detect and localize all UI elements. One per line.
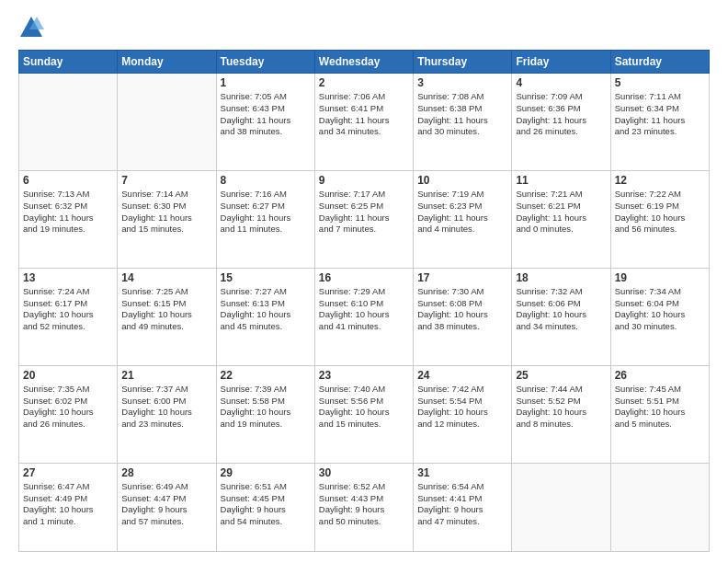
cell-line: Daylight: 11 hours (417, 213, 507, 224)
weekday-header-thursday: Thursday (414, 51, 512, 74)
calendar-cell-3-7: 19Sunrise: 7:34 AMSunset: 6:04 PMDayligh… (610, 268, 709, 365)
cell-line: Daylight: 9 hours (417, 504, 507, 516)
cell-line: Sunset: 5:58 PM (221, 396, 311, 408)
cell-line: Sunset: 6:21 PM (516, 201, 606, 213)
cell-line: Sunrise: 7:37 AM (121, 384, 211, 396)
cell-line: Daylight: 9 hours (319, 504, 409, 516)
day-number: 9 (319, 174, 409, 187)
day-number: 1 (221, 76, 311, 89)
calendar-table: SundayMondayTuesdayWednesdayThursdayFrid… (18, 50, 710, 552)
day-number: 14 (121, 271, 211, 284)
cell-line: Sunrise: 7:21 AM (516, 189, 606, 201)
cell-line: and 15 minutes. (319, 419, 409, 431)
day-number: 8 (221, 174, 311, 187)
day-number: 16 (319, 271, 409, 284)
day-number: 7 (121, 174, 211, 187)
day-number: 27 (23, 466, 113, 479)
page: SundayMondayTuesdayWednesdayThursdayFrid… (0, 0, 728, 563)
cell-line: Daylight: 10 hours (221, 407, 311, 419)
calendar-cell-2-7: 12Sunrise: 7:22 AMSunset: 6:19 PMDayligh… (610, 170, 709, 268)
cell-line: Daylight: 10 hours (516, 309, 606, 321)
cell-line: Sunset: 6:23 PM (417, 201, 507, 213)
cell-line: Daylight: 9 hours (121, 504, 211, 516)
calendar-cell-3-6: 18Sunrise: 7:32 AMSunset: 6:06 PMDayligh… (512, 268, 610, 365)
cell-line: Sunset: 6:00 PM (121, 396, 211, 408)
cell-line: Sunrise: 7:45 AM (615, 384, 705, 396)
cell-line: Daylight: 10 hours (417, 407, 507, 419)
cell-line: Daylight: 10 hours (221, 309, 311, 321)
cell-line: Sunrise: 6:49 AM (121, 481, 211, 493)
calendar-cell-1-5: 3Sunrise: 7:08 AMSunset: 6:38 PMDaylight… (414, 74, 512, 171)
cell-line: Sunset: 6:17 PM (23, 298, 113, 310)
day-number: 13 (23, 271, 113, 284)
day-number: 26 (615, 369, 705, 382)
day-number: 5 (615, 76, 705, 89)
cell-line: Sunrise: 7:22 AM (615, 189, 705, 201)
weekday-header-row: SundayMondayTuesdayWednesdayThursdayFrid… (19, 51, 710, 74)
cell-line: Sunset: 6:13 PM (221, 298, 311, 310)
cell-line: Daylight: 11 hours (221, 213, 311, 224)
cell-line: Sunrise: 6:52 AM (319, 481, 409, 493)
cell-line: Sunset: 4:47 PM (121, 493, 211, 505)
weekday-header-wednesday: Wednesday (314, 51, 413, 74)
cell-line: Daylight: 10 hours (319, 309, 409, 321)
calendar-cell-4-2: 21Sunrise: 7:37 AMSunset: 6:00 PMDayligh… (118, 365, 216, 463)
day-number: 25 (516, 369, 606, 382)
cell-line: and 30 minutes. (615, 321, 705, 333)
cell-line: Sunrise: 7:40 AM (319, 384, 409, 396)
cell-line: and 1 minute. (23, 516, 113, 528)
cell-line: Sunrise: 7:24 AM (23, 286, 113, 298)
calendar-cell-5-5: 31Sunrise: 6:54 AMSunset: 4:41 PMDayligh… (414, 463, 512, 551)
day-number: 12 (615, 174, 705, 187)
cell-line: Daylight: 10 hours (417, 309, 507, 321)
day-number: 15 (221, 271, 311, 284)
calendar-cell-5-7 (610, 463, 709, 551)
cell-line: and 26 minutes. (23, 419, 113, 431)
day-number: 17 (417, 271, 507, 284)
cell-line: and 47 minutes. (417, 516, 507, 528)
header (18, 15, 710, 40)
calendar-cell-2-1: 6Sunrise: 7:13 AMSunset: 6:32 PMDaylight… (19, 170, 118, 268)
cell-line: and 38 minutes. (417, 321, 507, 333)
cell-line: and 7 minutes. (319, 224, 409, 236)
cell-line: and 23 minutes. (121, 419, 211, 431)
cell-line: Sunrise: 7:19 AM (417, 189, 507, 201)
calendar-cell-2-2: 7Sunrise: 7:14 AMSunset: 6:30 PMDaylight… (118, 170, 216, 268)
cell-line: Sunset: 6:15 PM (121, 298, 211, 310)
cell-line: Sunset: 6:27 PM (221, 201, 311, 213)
cell-line: Daylight: 10 hours (23, 504, 113, 516)
cell-line: Daylight: 10 hours (319, 407, 409, 419)
cell-line: Sunset: 6:04 PM (615, 298, 705, 310)
calendar-cell-3-4: 16Sunrise: 7:29 AMSunset: 6:10 PMDayligh… (314, 268, 413, 365)
cell-line: and 57 minutes. (121, 516, 211, 528)
cell-line: and 56 minutes. (615, 224, 705, 236)
cell-line: Sunrise: 7:29 AM (319, 286, 409, 298)
cell-line: Sunrise: 7:17 AM (319, 189, 409, 201)
day-number: 10 (417, 174, 507, 187)
cell-line: Sunset: 6:25 PM (319, 201, 409, 213)
cell-line: Sunset: 6:06 PM (516, 298, 606, 310)
calendar-cell-3-2: 14Sunrise: 7:25 AMSunset: 6:15 PMDayligh… (118, 268, 216, 365)
cell-line: Daylight: 11 hours (417, 115, 507, 127)
day-number: 4 (516, 76, 606, 89)
cell-line: Sunrise: 7:35 AM (23, 384, 113, 396)
cell-line: Daylight: 10 hours (615, 407, 705, 419)
calendar-cell-5-2: 28Sunrise: 6:49 AMSunset: 4:47 PMDayligh… (118, 463, 216, 551)
cell-line: Daylight: 10 hours (23, 407, 113, 419)
cell-line: Sunset: 6:43 PM (221, 103, 311, 115)
cell-line: and 34 minutes. (516, 321, 606, 333)
logo (18, 15, 48, 40)
cell-line: Sunrise: 7:32 AM (516, 286, 606, 298)
weekday-header-tuesday: Tuesday (216, 51, 314, 74)
calendar-cell-2-5: 10Sunrise: 7:19 AMSunset: 6:23 PMDayligh… (414, 170, 512, 268)
cell-line: Sunset: 6:10 PM (319, 298, 409, 310)
calendar-cell-3-1: 13Sunrise: 7:24 AMSunset: 6:17 PMDayligh… (19, 268, 118, 365)
calendar-cell-2-6: 11Sunrise: 7:21 AMSunset: 6:21 PMDayligh… (512, 170, 610, 268)
cell-line: and 52 minutes. (23, 321, 113, 333)
day-number: 3 (417, 76, 507, 89)
cell-line: and 23 minutes. (615, 126, 705, 138)
cell-line: Sunrise: 7:39 AM (221, 384, 311, 396)
cell-line: Sunrise: 7:14 AM (121, 189, 211, 201)
cell-line: and 30 minutes. (417, 126, 507, 138)
cell-line: Sunset: 4:43 PM (319, 493, 409, 505)
